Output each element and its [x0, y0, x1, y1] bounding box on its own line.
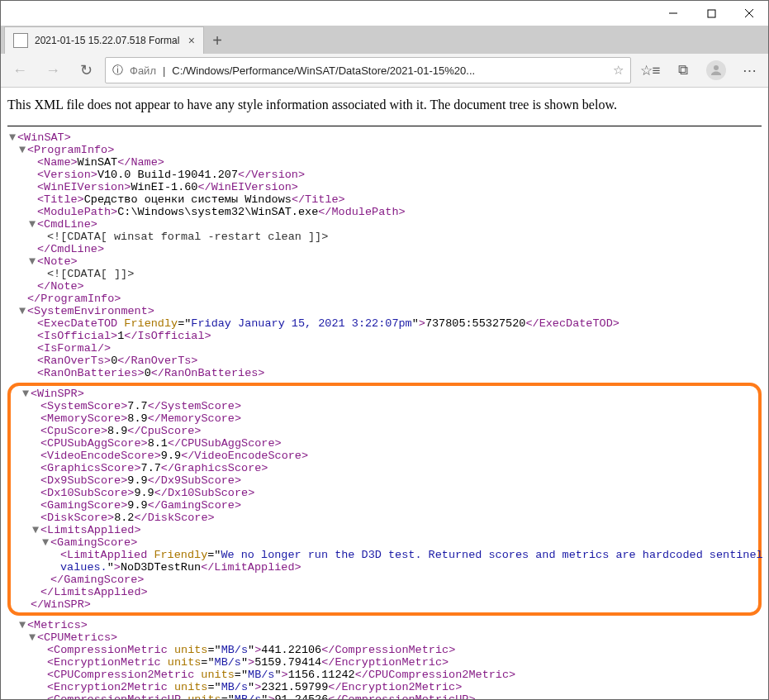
profile-avatar[interactable]: [702, 56, 730, 84]
page-icon: [13, 33, 28, 48]
address-bar[interactable]: ⓘ Файл | C:/Windows/Performance/WinSAT/D…: [105, 57, 631, 83]
toggle-icon[interactable]: ▼: [17, 619, 27, 631]
toggle-icon[interactable]: ▼: [27, 631, 37, 644]
toggle-icon[interactable]: ▼: [27, 255, 37, 268]
xml-tree: ▼<WinSAT>▼<ProgramInfo><Name>WinSAT</Nam…: [7, 131, 765, 699]
new-tab-button[interactable]: +: [204, 27, 230, 54]
toolbar: ← → ↻ ⓘ Файл | C:/Windows/Performance/Wi…: [1, 54, 768, 88]
close-button[interactable]: [730, 1, 768, 26]
forward-button[interactable]: →: [39, 56, 67, 84]
toggle-icon[interactable]: ▼: [40, 536, 50, 549]
site-info-icon[interactable]: ⓘ: [112, 63, 123, 78]
xml-notice: This XML file does not appear to have an…: [7, 94, 762, 119]
menu-button[interactable]: ⋯: [735, 56, 763, 84]
favorites-icon[interactable]: ☆≡: [636, 56, 664, 84]
window-titlebar: [1, 1, 768, 26]
favorite-star-icon[interactable]: ☆: [613, 63, 624, 78]
tab-title: 2021-01-15 15.22.07.518 Formal: [35, 35, 182, 46]
maximize-button[interactable]: [692, 1, 730, 26]
browser-window: 2021-01-15 15.22.07.518 Formal × + ← → ↻…: [0, 0, 769, 700]
browser-tab[interactable]: 2021-01-15 15.22.07.518 Formal ×: [4, 26, 204, 54]
highlighted-section: ▼<WinSPR><SystemScore>7.7</SystemScore><…: [7, 383, 762, 616]
svg-point-4: [714, 65, 719, 70]
toggle-icon[interactable]: ▼: [31, 524, 40, 536]
back-button[interactable]: ←: [6, 56, 34, 84]
url-scheme-label: Файл: [130, 64, 156, 77]
refresh-button[interactable]: ↻: [72, 56, 100, 84]
divider: [7, 126, 762, 126]
toggle-icon[interactable]: ▼: [21, 388, 31, 400]
collections-icon[interactable]: ⧉: [669, 56, 697, 84]
toggle-icon[interactable]: ▼: [17, 144, 27, 156]
page-content: This XML file does not appear to have an…: [1, 88, 768, 699]
minimize-button[interactable]: [654, 1, 692, 26]
toggle-icon[interactable]: ▼: [7, 131, 17, 144]
toggle-icon[interactable]: ▼: [27, 218, 37, 231]
scroll-area[interactable]: This XML file does not appear to have an…: [1, 88, 768, 699]
tab-bar: 2021-01-15 15.22.07.518 Formal × +: [1, 26, 768, 54]
svg-rect-1: [708, 10, 715, 17]
toggle-icon[interactable]: ▼: [17, 305, 27, 317]
tab-close-button[interactable]: ×: [188, 34, 195, 47]
url-path: C:/Windows/Performance/WinSAT/DataStore/…: [172, 64, 606, 77]
